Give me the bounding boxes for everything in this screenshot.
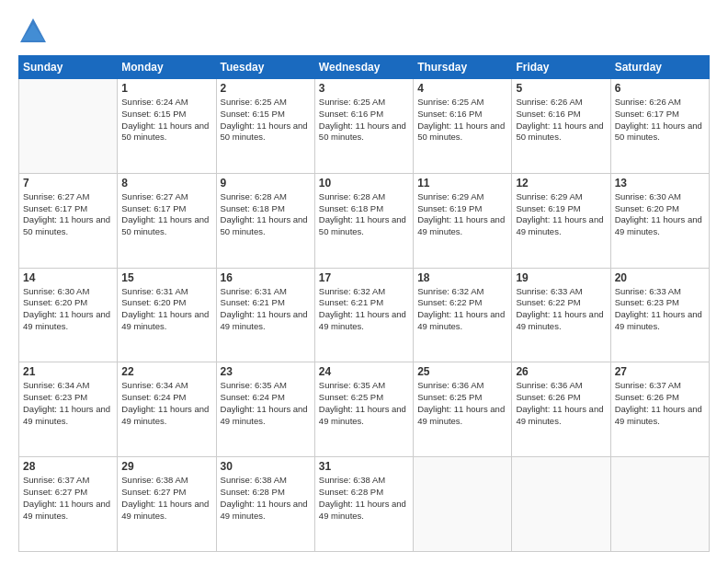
calendar-cell: 25Sunrise: 6:36 AM Sunset: 6:25 PM Dayli… (414, 362, 512, 457)
calendar-week-5: 28Sunrise: 6:37 AM Sunset: 6:27 PM Dayli… (19, 457, 710, 552)
calendar-cell (414, 457, 512, 552)
day-info: Sunrise: 6:26 AM Sunset: 6:16 PM Dayligh… (516, 97, 606, 144)
header (18, 17, 710, 46)
day-number: 19 (516, 271, 606, 284)
day-number: 24 (319, 365, 409, 378)
calendar-cell: 15Sunrise: 6:31 AM Sunset: 6:20 PM Dayli… (118, 268, 216, 362)
day-info: Sunrise: 6:36 AM Sunset: 6:25 PM Dayligh… (417, 380, 507, 427)
calendar-cell: 9Sunrise: 6:28 AM Sunset: 6:18 PM Daylig… (216, 173, 314, 268)
calendar-cell: 7Sunrise: 6:27 AM Sunset: 6:17 PM Daylig… (19, 173, 118, 268)
day-number: 18 (417, 271, 507, 284)
calendar-week-1: 1Sunrise: 6:24 AM Sunset: 6:15 PM Daylig… (19, 79, 710, 174)
calendar-cell: 22Sunrise: 6:34 AM Sunset: 6:24 PM Dayli… (118, 362, 216, 457)
calendar-cell: 16Sunrise: 6:31 AM Sunset: 6:21 PM Dayli… (216, 268, 314, 362)
day-number: 5 (516, 82, 606, 95)
day-number: 26 (516, 365, 606, 378)
day-number: 29 (121, 460, 211, 473)
calendar-cell: 5Sunrise: 6:26 AM Sunset: 6:16 PM Daylig… (512, 79, 610, 174)
day-number: 6 (615, 82, 705, 95)
day-info: Sunrise: 6:26 AM Sunset: 6:17 PM Dayligh… (615, 97, 705, 144)
calendar-cell: 14Sunrise: 6:30 AM Sunset: 6:20 PM Dayli… (19, 268, 118, 362)
day-info: Sunrise: 6:32 AM Sunset: 6:22 PM Dayligh… (417, 286, 507, 333)
calendar-cell: 1Sunrise: 6:24 AM Sunset: 6:15 PM Daylig… (118, 79, 216, 174)
weekday-header-sunday: Sunday (19, 56, 118, 79)
calendar-cell: 13Sunrise: 6:30 AM Sunset: 6:20 PM Dayli… (610, 173, 709, 268)
day-number: 10 (319, 177, 409, 190)
day-info: Sunrise: 6:37 AM Sunset: 6:26 PM Dayligh… (615, 380, 705, 427)
day-number: 7 (23, 177, 113, 190)
day-info: Sunrise: 6:30 AM Sunset: 6:20 PM Dayligh… (615, 191, 705, 238)
day-number: 2 (221, 82, 311, 95)
page: SundayMondayTuesdayWednesdayThursdayFrid… (0, 0, 728, 563)
day-info: Sunrise: 6:29 AM Sunset: 6:19 PM Dayligh… (417, 191, 507, 238)
weekday-header-saturday: Saturday (610, 56, 709, 79)
day-info: Sunrise: 6:24 AM Sunset: 6:15 PM Dayligh… (121, 97, 211, 144)
calendar-cell: 24Sunrise: 6:35 AM Sunset: 6:25 PM Dayli… (314, 362, 413, 457)
calendar-cell: 8Sunrise: 6:27 AM Sunset: 6:17 PM Daylig… (118, 173, 216, 268)
day-info: Sunrise: 6:33 AM Sunset: 6:22 PM Dayligh… (516, 286, 606, 333)
calendar-week-4: 21Sunrise: 6:34 AM Sunset: 6:23 PM Dayli… (19, 362, 710, 457)
calendar-cell: 19Sunrise: 6:33 AM Sunset: 6:22 PM Dayli… (512, 268, 610, 362)
day-info: Sunrise: 6:31 AM Sunset: 6:20 PM Dayligh… (121, 286, 211, 333)
weekday-header-thursday: Thursday (414, 56, 512, 79)
day-number: 16 (221, 271, 311, 284)
day-number: 11 (417, 177, 507, 190)
day-info: Sunrise: 6:38 AM Sunset: 6:27 PM Dayligh… (121, 475, 211, 522)
day-info: Sunrise: 6:35 AM Sunset: 6:24 PM Dayligh… (221, 380, 311, 427)
calendar-cell (19, 79, 118, 174)
calendar-cell: 11Sunrise: 6:29 AM Sunset: 6:19 PM Dayli… (414, 173, 512, 268)
day-info: Sunrise: 6:25 AM Sunset: 6:15 PM Dayligh… (221, 97, 311, 144)
day-info: Sunrise: 6:38 AM Sunset: 6:28 PM Dayligh… (221, 475, 311, 522)
calendar-cell: 31Sunrise: 6:38 AM Sunset: 6:28 PM Dayli… (314, 457, 413, 552)
day-info: Sunrise: 6:35 AM Sunset: 6:25 PM Dayligh… (319, 380, 409, 427)
day-number: 9 (221, 177, 311, 190)
day-number: 15 (121, 271, 211, 284)
calendar-cell: 27Sunrise: 6:37 AM Sunset: 6:26 PM Dayli… (610, 362, 709, 457)
day-info: Sunrise: 6:30 AM Sunset: 6:20 PM Dayligh… (23, 286, 113, 333)
day-number: 21 (23, 365, 113, 378)
day-info: Sunrise: 6:36 AM Sunset: 6:26 PM Dayligh… (516, 380, 606, 427)
calendar-cell (610, 457, 709, 552)
calendar-cell: 12Sunrise: 6:29 AM Sunset: 6:19 PM Dayli… (512, 173, 610, 268)
day-number: 8 (121, 177, 211, 190)
calendar-cell: 29Sunrise: 6:38 AM Sunset: 6:27 PM Dayli… (118, 457, 216, 552)
day-info: Sunrise: 6:27 AM Sunset: 6:17 PM Dayligh… (121, 191, 211, 238)
weekday-header-tuesday: Tuesday (216, 56, 314, 79)
calendar-cell: 2Sunrise: 6:25 AM Sunset: 6:15 PM Daylig… (216, 79, 314, 174)
calendar-cell: 26Sunrise: 6:36 AM Sunset: 6:26 PM Dayli… (512, 362, 610, 457)
day-info: Sunrise: 6:34 AM Sunset: 6:24 PM Dayligh… (121, 380, 211, 427)
day-info: Sunrise: 6:37 AM Sunset: 6:27 PM Dayligh… (23, 475, 113, 522)
svg-marker-1 (22, 24, 44, 40)
day-info: Sunrise: 6:38 AM Sunset: 6:28 PM Dayligh… (319, 475, 409, 522)
calendar-cell: 6Sunrise: 6:26 AM Sunset: 6:17 PM Daylig… (610, 79, 709, 174)
calendar-week-2: 7Sunrise: 6:27 AM Sunset: 6:17 PM Daylig… (19, 173, 710, 268)
day-number: 31 (319, 460, 409, 473)
calendar-cell: 18Sunrise: 6:32 AM Sunset: 6:22 PM Dayli… (414, 268, 512, 362)
calendar-cell: 10Sunrise: 6:28 AM Sunset: 6:18 PM Dayli… (314, 173, 413, 268)
day-info: Sunrise: 6:29 AM Sunset: 6:19 PM Dayligh… (516, 191, 606, 238)
day-number: 27 (615, 365, 705, 378)
day-number: 13 (615, 177, 705, 190)
day-info: Sunrise: 6:28 AM Sunset: 6:18 PM Dayligh… (221, 191, 311, 238)
weekday-header-friday: Friday (512, 56, 610, 79)
calendar-table: SundayMondayTuesdayWednesdayThursdayFrid… (18, 55, 710, 552)
day-number: 23 (221, 365, 311, 378)
day-number: 14 (23, 271, 113, 284)
day-info: Sunrise: 6:28 AM Sunset: 6:18 PM Dayligh… (319, 191, 409, 238)
weekday-header-wednesday: Wednesday (314, 56, 413, 79)
day-info: Sunrise: 6:25 AM Sunset: 6:16 PM Dayligh… (319, 97, 409, 144)
day-info: Sunrise: 6:27 AM Sunset: 6:17 PM Dayligh… (23, 191, 113, 238)
day-number: 22 (121, 365, 211, 378)
calendar-cell: 28Sunrise: 6:37 AM Sunset: 6:27 PM Dayli… (19, 457, 118, 552)
calendar-cell: 20Sunrise: 6:33 AM Sunset: 6:23 PM Dayli… (610, 268, 709, 362)
day-number: 4 (417, 82, 507, 95)
calendar-cell: 4Sunrise: 6:25 AM Sunset: 6:16 PM Daylig… (414, 79, 512, 174)
day-info: Sunrise: 6:34 AM Sunset: 6:23 PM Dayligh… (23, 380, 113, 427)
day-number: 30 (221, 460, 311, 473)
day-number: 17 (319, 271, 409, 284)
calendar-header-row: SundayMondayTuesdayWednesdayThursdayFrid… (19, 56, 710, 79)
weekday-header-monday: Monday (118, 56, 216, 79)
day-number: 12 (516, 177, 606, 190)
logo-icon (18, 17, 48, 46)
day-info: Sunrise: 6:32 AM Sunset: 6:21 PM Dayligh… (319, 286, 409, 333)
